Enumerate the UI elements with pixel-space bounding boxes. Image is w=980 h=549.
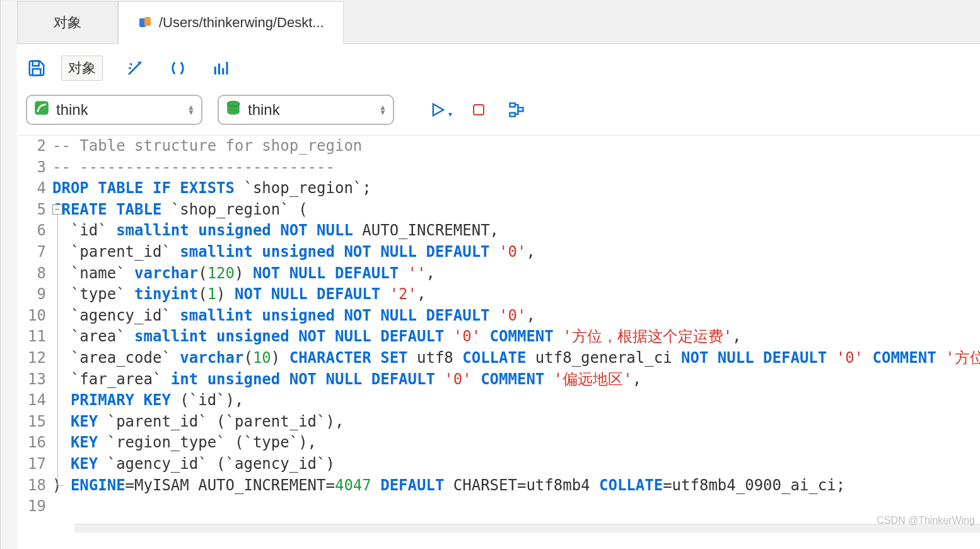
svg-marker-11 bbox=[433, 104, 443, 116]
explain-icon[interactable] bbox=[505, 98, 528, 121]
chevron-updown-icon: ▲▼ bbox=[379, 105, 387, 115]
connection-label: think bbox=[56, 101, 88, 119]
database-select[interactable]: think ▲▼ bbox=[218, 95, 394, 125]
svg-rect-2 bbox=[33, 61, 39, 66]
tab-file[interactable]: /Users/thinkerwing/Deskt... bbox=[118, 1, 344, 44]
watermark: CSDN @ThinkerWing bbox=[877, 515, 975, 526]
tab-bar: 对象 /Users/thinkerwing/Deskt... bbox=[17, 1, 980, 44]
save-icon[interactable] bbox=[26, 57, 47, 79]
svg-rect-14 bbox=[510, 113, 515, 117]
svg-rect-15 bbox=[518, 108, 523, 112]
stop-button[interactable] bbox=[467, 98, 490, 121]
code-content[interactable]: -- Table structure for shop_region-- ---… bbox=[51, 136, 980, 549]
wand-icon[interactable] bbox=[124, 57, 146, 79]
toolbar: 对象 bbox=[17, 44, 980, 87]
run-button[interactable]: ▾ bbox=[429, 98, 452, 121]
code-editor[interactable]: 2345678910111213141516171819 − -- Table … bbox=[17, 136, 980, 549]
tab-label: /Users/thinkerwing/Deskt... bbox=[159, 15, 324, 31]
database-icon bbox=[225, 100, 242, 120]
chevron-updown-icon: ▲▼ bbox=[187, 105, 195, 115]
h-scrollbar[interactable] bbox=[74, 524, 980, 533]
svg-rect-8 bbox=[35, 101, 49, 115]
line-gutter: 2345678910111213141516171819 bbox=[17, 136, 51, 549]
svg-rect-3 bbox=[33, 69, 41, 75]
tab-objects[interactable]: 对象 bbox=[17, 1, 118, 44]
chart-icon[interactable] bbox=[210, 57, 231, 79]
selector-row: think ▲▼ think ▲▼ ▾ bbox=[17, 87, 980, 136]
tooltip: 对象 bbox=[61, 56, 103, 81]
connection-select[interactable]: think ▲▼ bbox=[26, 95, 202, 125]
svg-rect-12 bbox=[474, 105, 484, 115]
connection-icon bbox=[33, 100, 50, 120]
database-label: think bbox=[248, 101, 280, 119]
svg-rect-1 bbox=[144, 17, 151, 26]
parentheses-icon[interactable] bbox=[167, 57, 189, 79]
svg-rect-13 bbox=[510, 103, 515, 107]
tab-label: 对象 bbox=[54, 13, 81, 32]
file-icon bbox=[137, 15, 153, 30]
